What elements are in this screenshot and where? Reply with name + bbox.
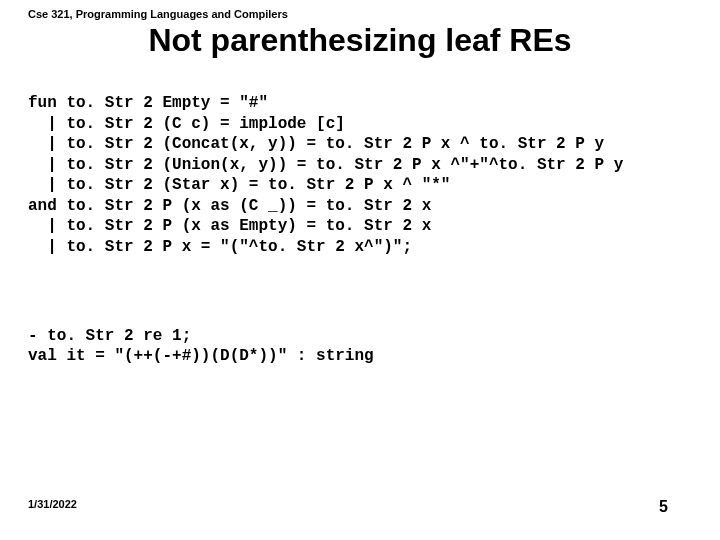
code-line: | to. Str 2 (Concat(x, y)) = to. Str 2 P…: [28, 135, 604, 153]
slide-title: Not parenthesizing leaf REs: [0, 22, 720, 59]
code-line: and to. Str 2 P (x as (C _)) = to. Str 2…: [28, 197, 431, 215]
code-block-1: fun to. Str 2 Empty = "#" | to. Str 2 (C…: [0, 73, 720, 257]
page-number: 5: [659, 498, 668, 516]
code-line: fun to. Str 2 Empty = "#": [28, 94, 268, 112]
footer: 1/31/2022 5: [28, 498, 668, 516]
course-header: Cse 321, Programming Languages and Compi…: [0, 0, 720, 20]
code-block-2: - to. Str 2 re 1; val it = "(++(-+#))(D(…: [0, 305, 720, 366]
footer-date: 1/31/2022: [28, 498, 77, 516]
code-line: val it = "(++(-+#))(D(D*))" : string: [28, 347, 374, 365]
code-line: - to. Str 2 re 1;: [28, 327, 191, 345]
code-line: | to. Str 2 P (x as Empty) = to. Str 2 x: [28, 217, 431, 235]
code-line: | to. Str 2 (Star x) = to. Str 2 P x ^ "…: [28, 176, 450, 194]
code-line: | to. Str 2 P x = "("^to. Str 2 x^")";: [28, 238, 412, 256]
code-line: | to. Str 2 (C c) = implode [c]: [28, 115, 345, 133]
code-line: | to. Str 2 (Union(x, y)) = to. Str 2 P …: [28, 156, 623, 174]
